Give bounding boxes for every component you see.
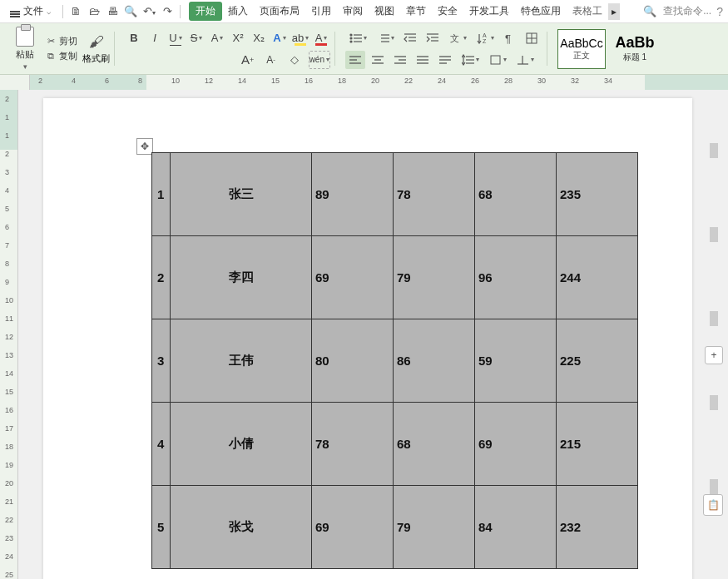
show-marks-button[interactable]: ¶: [500, 29, 520, 47]
help-icon[interactable]: ?: [716, 5, 723, 18]
table-cell[interactable]: 244: [557, 236, 638, 319]
paste-options-button[interactable]: 📋: [703, 494, 723, 516]
undo-icon[interactable]: ↶▾: [140, 5, 158, 17]
table-cell[interactable]: 68: [475, 153, 557, 236]
table-row[interactable]: 1张三897868235: [152, 153, 638, 236]
grow-font-button[interactable]: A+: [239, 51, 257, 69]
table-cell[interactable]: 69: [475, 403, 557, 486]
table-row[interactable]: 5张戈697984232: [152, 486, 638, 569]
table-cell[interactable]: 89: [312, 153, 394, 236]
table-row[interactable]: 3王伟808659225: [152, 319, 638, 403]
shading-button[interactable]: [485, 51, 510, 69]
format-painter-button[interactable]: 🖌 格式刷: [82, 33, 110, 65]
tabs-overflow-icon[interactable]: ▸: [608, 3, 620, 20]
tab-view[interactable]: 视图: [369, 1, 400, 22]
table-cell[interactable]: 小倩: [171, 403, 312, 486]
table-cell[interactable]: 张戈: [171, 486, 312, 569]
table-cell[interactable]: 232: [557, 486, 638, 569]
table-cell[interactable]: 79: [394, 236, 475, 319]
data-table[interactable]: 1张三8978682352李四6979962443王伟8086592254小倩7…: [151, 152, 638, 569]
style-heading1[interactable]: AaBb 标题 1: [611, 29, 659, 69]
subscript-button[interactable]: X₂: [250, 29, 268, 47]
emphasis-button[interactable]: A: [208, 29, 226, 47]
tab-security[interactable]: 安全: [432, 1, 463, 22]
align-center-button[interactable]: [368, 51, 388, 69]
table-row[interactable]: 2李四697996244: [152, 236, 638, 319]
command-search[interactable]: 查找命令...: [663, 4, 711, 18]
table-cell[interactable]: 59: [475, 319, 557, 403]
table-cell[interactable]: 215: [557, 403, 638, 486]
number-list-button[interactable]: [373, 29, 398, 47]
table-cell[interactable]: 225: [557, 319, 638, 403]
new-doc-icon[interactable]: 🗎: [67, 5, 85, 17]
tab-devtools[interactable]: 开发工具: [463, 1, 515, 22]
tab-insert[interactable]: 插入: [222, 1, 254, 22]
row-marker[interactable]: [710, 395, 718, 410]
table-move-handle[interactable]: ✥: [136, 138, 153, 155]
phonetic-button[interactable]: wén: [309, 51, 330, 69]
align-right-button[interactable]: [390, 51, 410, 69]
style-normal[interactable]: AaBbCc 正文: [557, 29, 606, 69]
shrink-font-button[interactable]: A-: [262, 51, 280, 69]
table-cell[interactable]: 96: [475, 236, 557, 319]
tabstop-button[interactable]: [513, 51, 537, 69]
open-icon[interactable]: 🗁: [85, 5, 103, 17]
table-cell[interactable]: 86: [394, 319, 475, 403]
decrease-indent-button[interactable]: [400, 29, 420, 47]
redo-icon[interactable]: ↷: [158, 5, 176, 17]
table-cell[interactable]: 4: [152, 403, 171, 486]
table-cell[interactable]: 84: [475, 486, 557, 569]
tab-start[interactable]: 开始: [189, 2, 222, 21]
print-preview-icon[interactable]: 🔍: [121, 5, 140, 17]
tab-section[interactable]: 章节: [400, 1, 432, 22]
table-cell[interactable]: 80: [312, 319, 394, 403]
print-icon[interactable]: 🖶: [103, 5, 121, 17]
table-cell[interactable]: 235: [557, 153, 638, 236]
cut-button[interactable]: ✂剪切: [45, 35, 77, 47]
row-marker[interactable]: [710, 311, 718, 326]
paste-button[interactable]: 粘贴▾: [10, 27, 40, 71]
table-cell[interactable]: 79: [394, 486, 475, 569]
row-marker[interactable]: [710, 143, 718, 158]
line-spacing-button[interactable]: [458, 51, 483, 69]
sort-button[interactable]: AZ: [473, 29, 498, 47]
table-cell[interactable]: 2: [152, 236, 171, 319]
tab-features[interactable]: 特色应用: [515, 1, 567, 22]
copy-button[interactable]: ⧉复制: [45, 50, 77, 62]
text-direction-button[interactable]: 文: [445, 29, 470, 47]
table-cell[interactable]: 3: [152, 319, 171, 403]
table-cell[interactable]: 张三: [171, 153, 312, 236]
table-cell[interactable]: 王伟: [171, 319, 312, 403]
table-cell[interactable]: 李四: [171, 236, 312, 319]
row-marker[interactable]: [710, 479, 718, 494]
bold-button[interactable]: B: [125, 29, 143, 47]
horizontal-ruler[interactable]: 24681012141516182022242628303234: [0, 75, 728, 90]
text-effects-button[interactable]: A: [270, 29, 289, 47]
table-cell[interactable]: 68: [394, 403, 475, 486]
table-row[interactable]: 4小倩786869215: [152, 403, 638, 486]
highlight-button[interactable]: ab: [291, 29, 310, 47]
add-row-button[interactable]: +: [705, 346, 723, 364]
align-left-button[interactable]: [345, 51, 365, 69]
superscript-button[interactable]: X²: [229, 29, 247, 47]
table-cell[interactable]: 69: [312, 236, 394, 319]
table-cell[interactable]: 69: [312, 486, 394, 569]
font-color-button[interactable]: A: [312, 29, 330, 47]
file-menu[interactable]: 文件 ⌵: [5, 2, 56, 20]
vertical-ruler[interactable]: 2112345678910111213141516171819202122232…: [0, 90, 18, 579]
tab-reference[interactable]: 引用: [305, 1, 337, 22]
table-cell[interactable]: 78: [394, 153, 475, 236]
bullet-list-button[interactable]: [345, 29, 370, 47]
table-cell[interactable]: 1: [152, 153, 171, 236]
clear-format-button[interactable]: ◇: [285, 51, 304, 69]
align-justify-button[interactable]: [413, 51, 433, 69]
tab-layout[interactable]: 页面布局: [254, 1, 305, 22]
borders-button[interactable]: [522, 29, 542, 47]
strike-button[interactable]: S: [187, 29, 206, 47]
table-cell[interactable]: 78: [312, 403, 394, 486]
row-marker[interactable]: [710, 227, 718, 242]
underline-button[interactable]: U: [166, 29, 185, 47]
tab-table-tools[interactable]: 表格工: [567, 1, 608, 22]
tab-review[interactable]: 审阅: [337, 1, 369, 22]
document-canvas[interactable]: ✥ 1张三8978682352李四6979962443王伟8086592254小…: [18, 90, 728, 579]
